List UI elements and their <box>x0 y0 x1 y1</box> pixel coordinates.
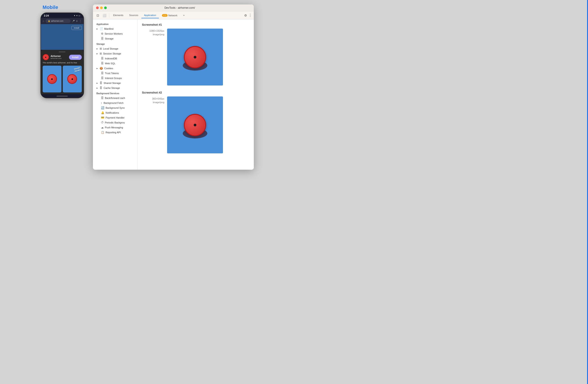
storage-label: Storage <box>105 37 114 40</box>
wifi-icon: ▾ <box>76 15 78 17</box>
idb-icon: 🗄 <box>101 57 104 60</box>
screenshot-2-type: image/png <box>142 101 165 103</box>
ss-chevron: ▶ <box>97 53 98 55</box>
close-button[interactable] <box>96 6 99 9</box>
phone-icons: ✦ ▾ ▭ <box>74 15 81 17</box>
cache-chevron: ▶ <box>97 87 98 89</box>
sidebar-item-websql[interactable]: 🗄 Web SQL <box>93 61 137 66</box>
tab-sources[interactable]: Sources <box>126 13 141 18</box>
pay-label: Payment Handler <box>106 116 125 119</box>
sidebar-item-local-storage[interactable]: ▶ ⊞ Local Storage <box>93 46 137 51</box>
download-icon[interactable]: ⬇ <box>76 20 78 22</box>
lock-icon: 🔒 <box>48 20 50 22</box>
horn-center-2 <box>71 78 73 80</box>
sidebar-item-interest-groups[interactable]: 🗄 Interest Groups <box>93 76 137 81</box>
cookies-label: Cookies <box>104 67 113 70</box>
storage-icon: 🗄 <box>101 37 104 40</box>
sidebar-item-indexeddb[interactable]: 🗄 IndexedDB <box>93 56 137 61</box>
devtools-main-content: Screenshot #1 1080×1920px image/png <box>138 20 254 170</box>
sidebar-item-reporting-api[interactable]: 📋 Reporting API <box>93 130 137 135</box>
home-indicator <box>57 96 68 97</box>
phone-app-preview: Install <box>41 24 84 50</box>
sidebar-item-manifest[interactable]: ▶ 📄 Manifest <box>93 26 137 31</box>
ig-label: Interest Groups <box>105 77 122 80</box>
screenshot-1-row: 1080×1920px image/png <box>142 29 249 85</box>
tab-network[interactable]: ⚠ 2 Network <box>159 13 180 18</box>
minimize-button[interactable] <box>100 6 103 9</box>
devtools-tabs-bar: ⊡ ⬜ Elements Sources Application ⚠ 2 Net… <box>93 11 254 20</box>
app-name: Airhorner <box>51 55 67 57</box>
sidebar-item-bfcache[interactable]: 🗄 Back/forward cach <box>93 96 137 101</box>
sidebar-item-cookies[interactable]: ▶ 🍪 Cookies <box>93 66 137 71</box>
bgf-label: Background Fetch <box>104 101 124 104</box>
devtools-window: DevTools - airhorner.com/ ⊡ ⬜ Elements S… <box>93 4 254 170</box>
tab-elements[interactable]: Elements <box>111 13 126 18</box>
settings-icon[interactable]: ⚙ <box>244 14 247 17</box>
wsql-icon: 🗄 <box>101 62 104 65</box>
tab-application[interactable]: Application <box>141 13 159 18</box>
sidebar-item-periodic-bg[interactable]: ⏱ Periodic Backgrou <box>93 120 137 125</box>
phone-screenshot-2: Honk!!Honk!! <box>63 66 82 92</box>
install-button-sheet[interactable]: Install <box>69 55 82 60</box>
sidebar-item-storage[interactable]: 🗄 Storage <box>93 36 137 41</box>
warning-icon: ⚠ <box>163 14 165 17</box>
devtools-titlebar: DevTools - airhorner.com/ <box>93 4 254 11</box>
screenshot-2-title: Screenshot #2 <box>142 91 249 94</box>
screenshot-2-info: 360×640px image/png <box>142 97 165 103</box>
bgs-label: Background Sync <box>106 106 125 109</box>
push-label: Push Messaging <box>105 126 123 129</box>
tab-more[interactable]: » <box>181 13 187 18</box>
sidebar-item-payment-handler[interactable]: 💳 Payment Handler <box>93 115 137 120</box>
rep-icon: 📋 <box>101 131 104 134</box>
sidebar-item-bg-sync[interactable]: 🔄 Background Sync <box>93 105 137 110</box>
app-domain: airhorner.com <box>51 57 67 59</box>
battery-icon: ▭ <box>78 15 81 17</box>
sidebar-section-storage: Storage <box>93 41 137 46</box>
horn-visual-2: Honk!!Honk!! <box>184 114 206 136</box>
sidebar-item-shared-storage[interactable]: ▶ 🗄 Shared Storage <box>93 81 137 85</box>
cookies-chevron: ▶ <box>97 67 98 69</box>
horn-center-1 <box>51 78 53 80</box>
screenshot-1-dimensions: 1080×1920px <box>142 29 165 32</box>
ls-chevron: ▶ <box>97 48 98 50</box>
screenshot-1-type: image/png <box>142 33 165 36</box>
screenshot-2-row: 360×640px image/png Honk!!Honk!! <box>142 97 249 153</box>
sidebar-item-bg-fetch[interactable]: ↕ Background Fetch <box>93 101 137 105</box>
phone-url-box[interactable]: 🔒 airhorner.com <box>45 19 71 23</box>
app-icon <box>43 54 49 60</box>
maximize-button[interactable] <box>104 6 107 9</box>
app-description: The world's best airhorner, and it's fre… <box>43 62 82 64</box>
install-button-top[interactable]: Install <box>71 26 82 30</box>
sidebar-item-cache-storage[interactable]: ▶ 🗄 Cache Storage <box>93 85 137 90</box>
phone-frame: 2:24 ✦ ▾ ▭ ⌂ 🔒 airhorner.com 🎤 ⬇ ⋮ Insta… <box>41 13 84 98</box>
horn-body-2 <box>184 114 206 136</box>
mobile-section: Mobile 2:24 ✦ ▾ ▭ ⌂ 🔒 airhorner.com 🎤 ⬇ … <box>41 4 84 98</box>
shst-icon: 🗄 <box>100 81 102 85</box>
phone-status-bar: 2:24 ✦ ▾ ▭ <box>41 13 84 18</box>
bfc-label: Back/forward cach <box>105 97 125 99</box>
device-icon[interactable]: ⬜ <box>102 12 108 19</box>
cache-label: Cache Storage <box>104 87 120 89</box>
phone-screenshots-row: Honk!!Honk!! <box>43 66 82 92</box>
home-icon[interactable]: ⌂ <box>43 20 44 22</box>
network-label: Network <box>168 14 177 17</box>
sidebar-item-notifications[interactable]: 🔔 Notifications <box>93 110 137 115</box>
tt-label: Trust Tokens <box>105 72 119 75</box>
inspect-icon[interactable]: ⊡ <box>95 12 101 19</box>
ss-label: Session Storage <box>103 52 121 55</box>
manifest-icon: 📄 <box>100 27 103 30</box>
mic-icon[interactable]: 🎤 <box>72 20 75 22</box>
sidebar-item-trust-tokens[interactable]: 🗄 Trust Tokens <box>93 71 137 76</box>
sidebar-item-push-messaging[interactable]: ☁ Push Messaging <box>93 125 137 130</box>
sidebar-item-service-workers[interactable]: ⚙ Service Workers <box>93 31 137 36</box>
bgs-icon: 🔄 <box>101 106 104 109</box>
tab-separator <box>109 13 109 18</box>
notif-icon: 🔔 <box>101 111 104 114</box>
manifest-chevron: ▶ <box>97 28 98 30</box>
ss-icon: ⊞ <box>100 52 102 55</box>
pay-icon: 💳 <box>101 116 104 119</box>
more-icon[interactable]: ⋮ <box>79 20 82 22</box>
sidebar-item-session-storage[interactable]: ▶ ⊞ Session Storage <box>93 51 137 56</box>
more-options-icon[interactable]: ⋮ <box>249 13 252 18</box>
devtools-body: Application ▶ 📄 Manifest ⚙ Service Worke… <box>93 20 254 170</box>
